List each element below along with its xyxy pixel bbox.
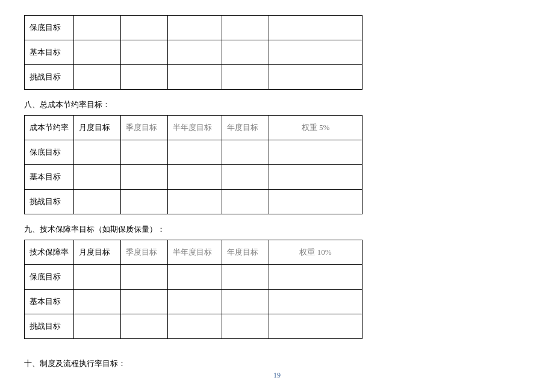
header-cell: 技术保障率 (25, 240, 74, 265)
cell (168, 65, 222, 90)
cell (168, 40, 222, 65)
cell (74, 165, 121, 190)
header-cell: 权重 5% (269, 116, 363, 140)
cell (168, 165, 222, 190)
section-10-title: 十、制度及流程执行率目标： (24, 358, 530, 369)
cell (269, 165, 363, 190)
cell (74, 16, 121, 40)
row-label: 保底目标 (25, 265, 74, 290)
cell (121, 290, 168, 314)
row-label: 保底目标 (25, 140, 74, 165)
cell (168, 290, 222, 314)
cell (74, 40, 121, 65)
table-row: 基本目标 (25, 40, 363, 65)
cell (74, 265, 121, 290)
header-cell: 季度目标 (121, 240, 168, 265)
table-row: 保底目标 (25, 265, 363, 290)
cell (121, 65, 168, 90)
table-row: 挑战目标 (25, 314, 363, 339)
cell (269, 265, 363, 290)
cell (168, 190, 222, 214)
cell (269, 65, 363, 90)
table-row: 保底目标 (25, 16, 363, 40)
cell (121, 314, 168, 339)
cell (168, 16, 222, 40)
header-cell: 年度目标 (222, 116, 269, 140)
cell (222, 290, 269, 314)
cell (168, 265, 222, 290)
header-cell: 半年度目标 (168, 240, 222, 265)
header-cell: 权重 10% (269, 240, 363, 265)
cell (121, 265, 168, 290)
cell (222, 40, 269, 65)
row-label: 基本目标 (25, 165, 74, 190)
cell (121, 140, 168, 165)
cell (222, 265, 269, 290)
table-header-row: 技术保障率 月度目标 季度目标 半年度目标 年度目标 权重 10% (25, 240, 363, 265)
table-row: 挑战目标 (25, 190, 363, 214)
cell (222, 65, 269, 90)
cell (121, 16, 168, 40)
row-label: 挑战目标 (25, 65, 74, 90)
table-row: 基本目标 (25, 290, 363, 314)
header-cell: 月度目标 (74, 240, 121, 265)
header-cell: 季度目标 (121, 116, 168, 140)
cell (74, 290, 121, 314)
cell (269, 314, 363, 339)
header-cell: 月度目标 (74, 116, 121, 140)
cell (121, 40, 168, 65)
cell (121, 190, 168, 214)
row-label: 基本目标 (25, 290, 74, 314)
row-label: 挑战目标 (25, 314, 74, 339)
cell (74, 314, 121, 339)
cell (222, 314, 269, 339)
header-cell: 半年度目标 (168, 116, 222, 140)
cell (222, 16, 269, 40)
cell (222, 140, 269, 165)
cell (74, 140, 121, 165)
table-row: 保底目标 (25, 140, 363, 165)
cell (168, 314, 222, 339)
cell (74, 190, 121, 214)
header-cell: 成本节约率 (25, 116, 74, 140)
table-header-row: 成本节约率 月度目标 季度目标 半年度目标 年度目标 权重 5% (25, 116, 363, 140)
cell (269, 140, 363, 165)
table-1: 保底目标 基本目标 挑战目标 (24, 15, 363, 90)
table-8: 成本节约率 月度目标 季度目标 半年度目标 年度目标 权重 5% 保底目标 基本… (24, 115, 363, 214)
cell (269, 16, 363, 40)
header-cell: 年度目标 (222, 240, 269, 265)
cell (168, 140, 222, 165)
cell (222, 190, 269, 214)
cell (269, 40, 363, 65)
row-label: 保底目标 (25, 16, 74, 40)
table-9: 技术保障率 月度目标 季度目标 半年度目标 年度目标 权重 10% 保底目标 基… (24, 240, 363, 339)
section-9-title: 九、技术保障率目标（如期保质保量）： (24, 224, 530, 235)
table-row: 基本目标 (25, 165, 363, 190)
row-label: 基本目标 (25, 40, 74, 65)
table-row: 挑战目标 (25, 65, 363, 90)
page-number: 19 (0, 371, 554, 380)
cell (222, 165, 269, 190)
row-label: 挑战目标 (25, 190, 74, 214)
cell (269, 290, 363, 314)
cell (269, 190, 363, 214)
section-8-title: 八、总成本节约率目标： (24, 99, 530, 110)
cell (121, 165, 168, 190)
cell (74, 65, 121, 90)
